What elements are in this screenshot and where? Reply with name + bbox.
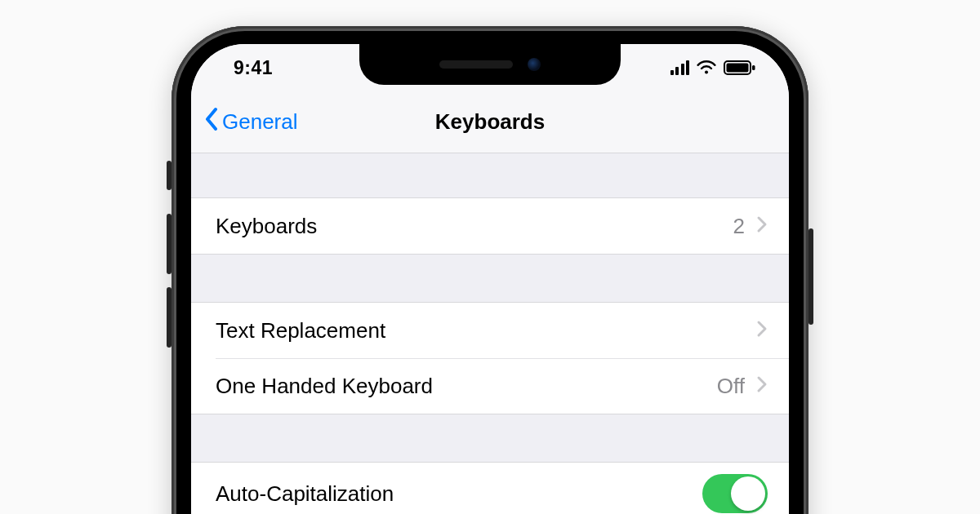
notch [359,44,621,85]
chevron-left-icon [204,107,219,137]
mute-switch [167,161,172,190]
settings-content: Keyboards 2 Text Replacement [191,153,789,514]
power-button [808,228,813,325]
svg-rect-1 [727,64,749,73]
row-label: Keyboards [216,214,733,239]
page-title: Keyboards [435,109,545,135]
keyboards-count: 2 [733,214,745,239]
battery-icon [724,60,756,76]
wifi-icon [696,60,717,76]
group-spacer [191,255,789,302]
volume-down-button [167,287,172,348]
volume-up-button [167,214,172,274]
toggle-knob [731,476,765,511]
status-icons [670,60,790,76]
cellular-signal-icon [670,60,690,75]
chevron-right-icon [756,375,768,397]
row-label: Text Replacement [216,318,756,343]
row-one-handed-keyboard[interactable]: One Handed Keyboard Off [191,358,789,414]
group-text-options: Text Replacement One Handed Keyboard Off [191,302,789,414]
back-label: General [222,109,298,135]
row-auto-capitalization[interactable]: Auto-Capitalization [191,463,789,514]
auto-capitalization-toggle[interactable] [702,474,768,513]
chevron-right-icon [756,215,768,237]
status-time: 9:41 [191,57,273,79]
phone-mockup: 9:41 [172,26,808,514]
svg-rect-2 [752,65,755,70]
phone-frame: 9:41 [172,26,808,514]
back-button[interactable]: General [204,91,298,153]
row-label: One Handed Keyboard [216,374,717,399]
earpiece-speaker [439,60,513,69]
row-keyboards[interactable]: Keyboards 2 [191,198,789,254]
front-camera [528,58,541,71]
group-spacer [191,153,789,197]
one-handed-value: Off [717,374,745,399]
group-auto-options: Auto-Capitalization [191,462,789,514]
nav-bar: General Keyboards [191,91,789,153]
row-text-replacement[interactable]: Text Replacement [191,303,789,358]
group-spacer [191,414,789,462]
group-keyboards: Keyboards 2 [191,197,789,255]
row-label: Auto-Capitalization [216,481,702,507]
chevron-right-icon [756,320,768,341]
screen: 9:41 [191,44,789,514]
